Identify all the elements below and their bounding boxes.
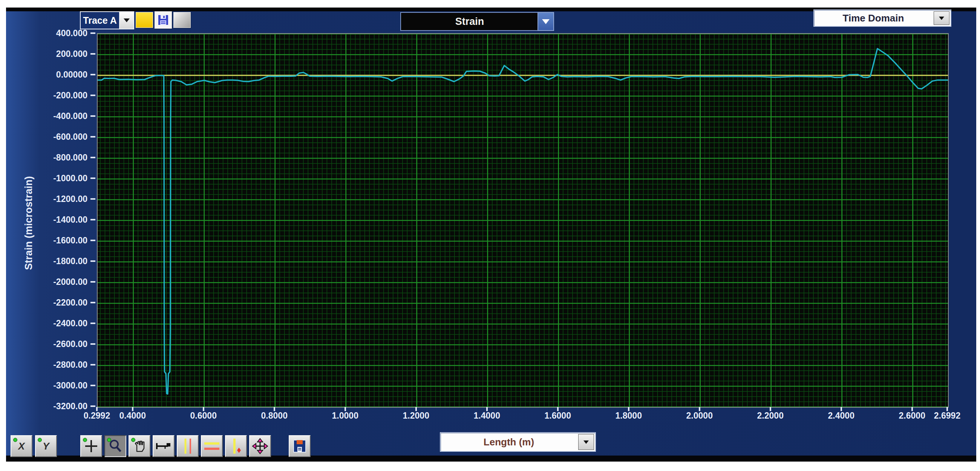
y-tick-label: -400.000: [31, 111, 88, 121]
y-tick-mark: [91, 115, 95, 117]
y-tick-mark: [91, 157, 95, 158]
x-tick-mark: [947, 407, 948, 411]
x-autoscale-icon: X: [18, 441, 24, 452]
cursor-tool-button[interactable]: [80, 435, 102, 457]
x-tick-label: 0.2992: [84, 411, 110, 421]
x-tick-mark: [912, 407, 913, 411]
y-tick-mark: [91, 198, 95, 200]
tool-indicator-icon: [131, 438, 135, 442]
chevron-down-icon: [939, 17, 944, 20]
y-tick-mark: [91, 302, 95, 303]
domain-selector-label: Time Domain: [814, 13, 932, 24]
trace-color-swatch[interactable]: [136, 12, 153, 28]
x-tick-mark: [345, 407, 346, 411]
y-tick-mark: [91, 53, 95, 55]
autoscale-indicator-icon: [38, 438, 42, 442]
y-tick-label: -2000.00: [31, 277, 88, 286]
y-tick-label: -3000.00: [31, 381, 88, 390]
y-tick-mark: [91, 323, 95, 324]
y-tick-mark: [91, 406, 95, 407]
zoom-tool-button[interactable]: [104, 435, 126, 457]
vertical-cursor-lines-icon: [180, 438, 195, 454]
key-icon: [155, 439, 172, 453]
strain-chart: [98, 34, 948, 407]
y-tick-mark: [91, 136, 95, 137]
tool-indicator-icon: [107, 438, 111, 442]
x-axis-selector-label: Length (m): [441, 436, 577, 448]
y-tick-label: -1400.00: [31, 215, 88, 224]
x-tick-label: 2.2000: [757, 411, 784, 421]
x-tick-mark: [96, 407, 98, 411]
x-tick-label: 1.4000: [474, 411, 500, 421]
chevron-down-icon: [542, 19, 550, 24]
autoscale-indicator-icon: [13, 438, 18, 442]
y-tick-mark: [91, 177, 95, 179]
y-tick-label: -3200.00: [31, 402, 88, 411]
y-tick-mark: [91, 95, 95, 96]
floppy-disk-icon: [293, 439, 306, 453]
y-tick-mark: [91, 343, 95, 345]
x-autoscale-button[interactable]: X: [11, 435, 32, 457]
x-tick-mark: [699, 407, 700, 411]
y-tick-label: -1800.00: [31, 256, 88, 266]
x-tick-label: 1.8000: [616, 411, 642, 421]
trace-selector-label: Trace A: [83, 15, 116, 26]
y-autoscale-button[interactable]: Y: [35, 435, 57, 457]
trace-line: [98, 49, 948, 394]
pan-tool-button[interactable]: [129, 435, 150, 457]
cursor-lock-button[interactable]: [153, 435, 175, 457]
x-tick-label: 1.0000: [332, 411, 358, 421]
y-tick-label: -600.000: [31, 132, 88, 141]
center-cursors-button[interactable]: [249, 435, 271, 457]
trace-selector[interactable]: Trace A: [80, 11, 120, 29]
secondary-color-swatch[interactable]: [173, 12, 191, 28]
y-tick-label: -2400.00: [31, 319, 88, 328]
floppy-disk-icon: [158, 14, 169, 25]
y-tick-mark: [91, 260, 95, 262]
x-tick-label: 1.6000: [545, 411, 571, 421]
x-tick-label: 0.8000: [261, 411, 288, 421]
x-tick-mark: [274, 407, 275, 411]
y-tick-mark: [91, 240, 95, 241]
x-tick-mark: [415, 407, 417, 411]
y-tick-label: -200.000: [31, 91, 88, 100]
domain-dropdown-button[interactable]: [934, 11, 950, 25]
y-tick-label: -1200.00: [31, 194, 88, 204]
y-tick-label: -2200.00: [31, 298, 88, 307]
domain-selector[interactable]: Time Domain: [813, 10, 951, 27]
x-axis-selector[interactable]: Length (m): [440, 432, 596, 452]
y-tick-label: -1000.00: [31, 174, 88, 183]
y-parameter-selector[interactable]: Strain: [400, 12, 539, 31]
x-tick-label: 2.6000: [899, 411, 925, 421]
x-tick-mark: [840, 407, 842, 411]
x-tick-mark: [132, 407, 134, 411]
free-cursor-button[interactable]: [225, 435, 247, 457]
chevron-down-icon: [584, 441, 589, 444]
plot-canvas[interactable]: [97, 33, 949, 408]
move-arrows-icon: [252, 438, 268, 454]
x-tick-label: 2.4000: [828, 411, 854, 421]
x-axis-dropdown-button[interactable]: [578, 434, 594, 450]
y-tick-mark: [91, 74, 95, 75]
x-tick-mark: [203, 407, 204, 411]
trace-selector-dropdown-button[interactable]: [119, 11, 134, 29]
y-tick-label: -800.000: [31, 153, 88, 162]
x-tick-label: 1.2000: [403, 411, 429, 421]
y-tick-mark: [91, 385, 95, 386]
horizontal-cursors-button[interactable]: [201, 435, 223, 457]
save-data-button[interactable]: [289, 435, 310, 457]
x-tick-mark: [628, 407, 630, 411]
y-tick-label: 400.000: [31, 29, 88, 38]
x-tick-mark: [486, 407, 488, 411]
horizontal-cursor-lines-icon: [204, 439, 220, 453]
x-tick-mark: [770, 407, 771, 411]
free-cursor-icon: [228, 438, 243, 454]
x-tick-label: 2.6992: [934, 411, 960, 421]
y-parameter-dropdown-button[interactable]: [538, 12, 554, 31]
vertical-cursors-button[interactable]: [177, 435, 199, 457]
y-autoscale-icon: Y: [43, 441, 49, 452]
save-trace-button[interactable]: [154, 11, 172, 29]
chevron-down-icon: [124, 19, 130, 22]
y-parameter-label: Strain: [455, 16, 484, 27]
tool-indicator-icon: [83, 438, 87, 442]
